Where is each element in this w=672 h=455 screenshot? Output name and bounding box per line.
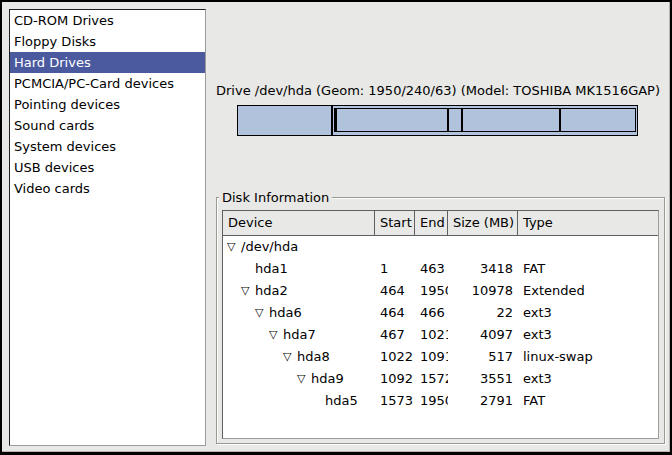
end-cell — [415, 236, 448, 258]
type-cell: ext3 — [518, 324, 658, 346]
table-row-hda9[interactable]: ▽hda9109215723551ext3 — [223, 368, 658, 390]
start-cell: 464 — [375, 302, 415, 324]
type-cell: FAT — [518, 390, 658, 412]
end-cell: 466 — [415, 302, 448, 324]
start-cell: 1 — [375, 258, 415, 280]
partition-segment-hda5 — [560, 108, 636, 132]
device-cell: ▽hda7 — [223, 324, 375, 346]
table-header-row: DeviceStartEndSize (MB)Type — [223, 211, 658, 236]
drive-title: Drive /dev/hda (Geom: 1950/240/63) (Mode… — [215, 83, 661, 98]
expander-icon[interactable]: ▽ — [297, 368, 311, 390]
sidebar-item-floppy-disks[interactable]: Floppy Disks — [10, 31, 205, 52]
device-label: hda5 — [325, 390, 358, 412]
partition-segment-hda2 — [333, 106, 637, 135]
sidebar-list: CD-ROM DrivesFloppy DisksHard DrivesPCMC… — [9, 9, 206, 446]
expander-icon[interactable]: ▽ — [269, 324, 283, 346]
table-row-hda5[interactable]: hda5157319502791FAT — [223, 390, 658, 412]
sidebar-item-video-cards[interactable]: Video cards — [10, 178, 205, 199]
size-cell: 10978 — [448, 280, 518, 302]
column-header-end[interactable]: End — [415, 211, 448, 236]
type-cell: Extended — [518, 280, 658, 302]
size-cell: 2791 — [448, 390, 518, 412]
sidebar-item-pointing-devices[interactable]: Pointing devices — [10, 94, 205, 115]
sidebar-item-pcmcia-pc-card-devices[interactable]: PCMCIA/PC-Card devices — [10, 73, 205, 94]
device-cell: ▽hda6 — [223, 302, 375, 324]
device-label: hda6 — [269, 302, 302, 324]
device-cell: ▽hda9 — [223, 368, 375, 390]
device-cell: ▽hda2 — [223, 280, 375, 302]
device-cell: hda1 — [223, 258, 375, 280]
disk-info-table: DeviceStartEndSize (MB)Type ▽/dev/hdahda… — [222, 210, 659, 439]
table-row--dev-hda[interactable]: ▽/dev/hda — [223, 236, 658, 258]
expander-icon[interactable]: ▽ — [283, 346, 297, 368]
size-cell: 4097 — [448, 324, 518, 346]
column-header-size-mb-[interactable]: Size (MB) — [448, 211, 518, 236]
start-cell: 467 — [375, 324, 415, 346]
partition-bar — [237, 105, 638, 136]
start-cell: 1092 — [375, 368, 415, 390]
table-row-hda2[interactable]: ▽hda2464195010978Extended — [223, 280, 658, 302]
table-row-hda1[interactable]: hda114633418FAT — [223, 258, 658, 280]
expander-icon[interactable]: ▽ — [255, 302, 269, 324]
device-label: hda8 — [297, 346, 330, 368]
hardware-browser-window: CD-ROM DrivesFloppy DisksHard DrivesPCMC… — [0, 0, 672, 455]
size-cell: 22 — [448, 302, 518, 324]
device-cell: hda5 — [223, 390, 375, 412]
sidebar-item-sound-cards[interactable]: Sound cards — [10, 115, 205, 136]
table-row-hda7[interactable]: ▽hda746710214097ext3 — [223, 324, 658, 346]
end-cell: 1950 — [415, 390, 448, 412]
sidebar-item-usb-devices[interactable]: USB devices — [10, 157, 205, 178]
start-cell — [375, 236, 415, 258]
type-cell: ext3 — [518, 302, 658, 324]
type-cell: FAT — [518, 258, 658, 280]
start-cell: 1022 — [375, 346, 415, 368]
device-cell: ▽hda8 — [223, 346, 375, 368]
end-cell: 463 — [415, 258, 448, 280]
table-row-hda6[interactable]: ▽hda646446622ext3 — [223, 302, 658, 324]
partition-segment-hda8 — [448, 108, 462, 132]
device-label: hda2 — [255, 280, 288, 302]
end-cell: 1021 — [415, 324, 448, 346]
type-cell — [518, 236, 658, 258]
end-cell: 1091 — [415, 346, 448, 368]
device-label: hda9 — [311, 368, 344, 390]
sidebar-item-cd-rom-drives[interactable]: CD-ROM Drives — [10, 10, 205, 31]
table-body: ▽/dev/hdahda114633418FAT▽hda246419501097… — [223, 236, 658, 412]
end-cell: 1950 — [415, 280, 448, 302]
expander-icon[interactable]: ▽ — [241, 280, 255, 302]
type-cell: linux-swap — [518, 346, 658, 368]
sidebar-item-hard-drives[interactable]: Hard Drives — [10, 52, 205, 73]
expander-icon[interactable]: ▽ — [227, 236, 241, 258]
device-label: hda7 — [283, 324, 316, 346]
disk-info-groupbox: Disk Information DeviceStartEndSize (MB)… — [216, 197, 665, 444]
size-cell — [448, 236, 518, 258]
column-header-type[interactable]: Type — [518, 211, 658, 236]
size-cell: 517 — [448, 346, 518, 368]
partition-segment-hda1 — [238, 106, 333, 135]
start-cell: 1573 — [375, 390, 415, 412]
disk-info-group-label: Disk Information — [219, 189, 332, 206]
device-label: /dev/hda — [241, 236, 298, 258]
sidebar-item-system-devices[interactable]: System devices — [10, 136, 205, 157]
end-cell: 1572 — [415, 368, 448, 390]
column-header-device[interactable]: Device — [223, 211, 375, 236]
column-header-start[interactable]: Start — [375, 211, 415, 236]
size-cell: 3551 — [448, 368, 518, 390]
type-cell: ext3 — [518, 368, 658, 390]
partition-segment-hda7 — [336, 108, 448, 132]
size-cell: 3418 — [448, 258, 518, 280]
device-cell: ▽/dev/hda — [223, 236, 375, 258]
partition-segment-hda9 — [462, 108, 559, 132]
start-cell: 464 — [375, 280, 415, 302]
device-label: hda1 — [255, 258, 288, 280]
table-row-hda8[interactable]: ▽hda810221091517linux-swap — [223, 346, 658, 368]
